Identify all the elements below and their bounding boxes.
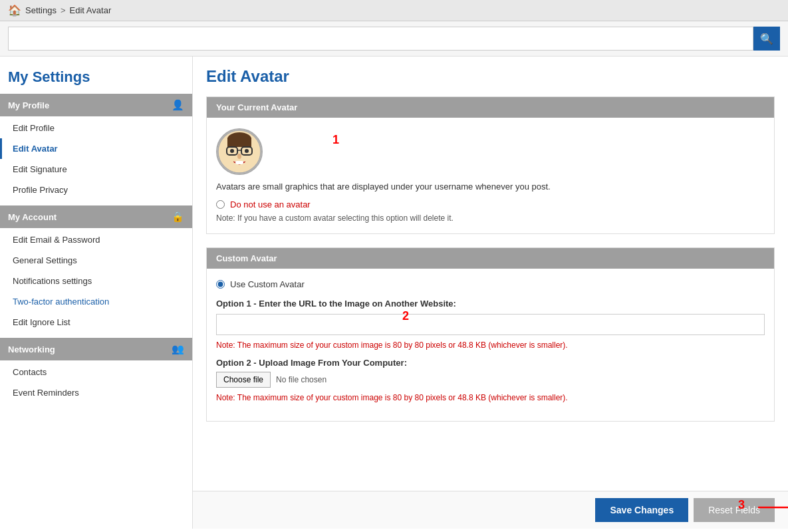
sidebar-title: My Settings [0, 63, 192, 94]
action-bar: 3 Save Changes Reset Fields [193, 491, 788, 529]
sidebar: My Settings My Profile 👤 Edit Profile Ed… [0, 57, 193, 529]
svg-rect-9 [235, 161, 243, 164]
current-avatar-header: Your Current Avatar [207, 97, 774, 118]
note-2: Note: The maximum size of your custom im… [216, 393, 568, 402]
no-avatar-radio[interactable] [216, 200, 225, 209]
no-avatar-note: Note: If you have a custom avatar select… [216, 213, 765, 223]
breadcrumb-current: Edit Avatar [70, 5, 112, 15]
networking-icon: 👥 [172, 343, 184, 355]
sidebar-section-my-account: My Account 🔒 [0, 205, 192, 228]
sidebar-item-general-settings[interactable]: General Settings [0, 250, 192, 271]
note-red-1: Note: The maximum size of your custom im… [216, 340, 568, 350]
sidebar-item-edit-profile[interactable]: Edit Profile [0, 118, 192, 138]
sidebar-item-edit-ignore-list[interactable]: Edit Ignore List [0, 312, 192, 332]
svg-point-7 [245, 149, 249, 153]
avatar-svg [217, 130, 261, 174]
sidebar-item-two-factor[interactable]: Two-factor authentication [0, 291, 192, 312]
profile-icon: 👤 [172, 99, 184, 111]
breadcrumb-settings[interactable]: Settings [25, 5, 57, 15]
sidebar-section-my-profile-label: My Profile [8, 100, 49, 110]
main-layout: My Settings My Profile 👤 Edit Profile Ed… [0, 57, 788, 529]
lock-icon: 🔒 [172, 211, 184, 223]
svg-point-8 [237, 154, 241, 159]
url-input[interactable] [216, 314, 765, 335]
sidebar-item-contacts[interactable]: Contacts [0, 362, 192, 382]
custom-avatar-header: Custom Avatar [207, 248, 774, 269]
max-size-note-1: Note: The maximum size of your custom im… [216, 340, 765, 350]
sidebar-section-networking-label: Networking [8, 344, 55, 354]
sidebar-item-edit-avatar[interactable]: Edit Avatar [0, 138, 192, 159]
current-avatar-body: Avatars are small graphics that are disp… [207, 118, 774, 233]
no-avatar-option[interactable]: Do not use an avatar [216, 200, 765, 209]
sidebar-section-my-account-label: My Account [8, 212, 57, 222]
sidebar-item-edit-email-password[interactable]: Edit Email & Password [0, 229, 192, 250]
svg-point-6 [230, 149, 234, 153]
page-title: Edit Avatar [206, 67, 775, 86]
avatar-description: Avatars are small graphics that are disp… [216, 182, 765, 192]
breadcrumb-separator: > [61, 5, 66, 15]
sidebar-item-profile-privacy[interactable]: Profile Privacy [0, 180, 192, 200]
use-custom-radio[interactable] [216, 280, 225, 289]
arrow-3-svg [758, 501, 788, 514]
option2-label: Option 2 - Upload Image From Your Comput… [216, 358, 765, 368]
sidebar-item-event-reminders[interactable]: Event Reminders [0, 382, 192, 403]
sidebar-section-networking: Networking 👥 [0, 338, 192, 360]
annotation-3-number: 3 [738, 498, 745, 512]
svg-rect-2 [227, 138, 251, 147]
search-input[interactable] [8, 27, 753, 51]
content-area: Edit Avatar Your Current Avatar [193, 57, 788, 491]
no-file-chosen-text: No file chosen [276, 375, 327, 384]
no-avatar-label[interactable]: Do not use an avatar [230, 200, 311, 209]
current-avatar-section: Your Current Avatar [206, 96, 775, 234]
two-factor-link[interactable]: Two-factor authentication [13, 297, 109, 307]
sidebar-section-my-profile: My Profile 👤 [0, 94, 192, 116]
sidebar-item-edit-signature[interactable]: Edit Signature [0, 159, 192, 180]
search-icon: 🔍 [760, 33, 773, 45]
sidebar-item-notifications-settings[interactable]: Notifications settings [0, 271, 192, 291]
option1-label: Option 1 - Enter the URL to the Image on… [216, 299, 765, 309]
custom-avatar-section: Custom Avatar Use Custom Avatar Option 1… [206, 247, 775, 422]
file-upload-row: Choose file No file chosen [216, 372, 765, 388]
use-custom-avatar-row[interactable]: Use Custom Avatar [216, 279, 765, 289]
search-button[interactable]: 🔍 [753, 27, 780, 51]
custom-avatar-body: Use Custom Avatar Option 1 - Enter the U… [207, 269, 774, 421]
avatar-image [216, 128, 263, 175]
save-changes-button[interactable]: Save Changes [595, 498, 688, 522]
use-custom-label[interactable]: Use Custom Avatar [230, 279, 305, 289]
max-size-note-2: Note: The maximum size of your custom im… [216, 393, 765, 402]
home-icon: 🏠 [8, 4, 21, 17]
search-bar: 🔍 [0, 21, 788, 57]
breadcrumb-bar: 🏠 Settings > Edit Avatar [0, 0, 788, 21]
choose-file-button[interactable]: Choose file [216, 372, 271, 388]
